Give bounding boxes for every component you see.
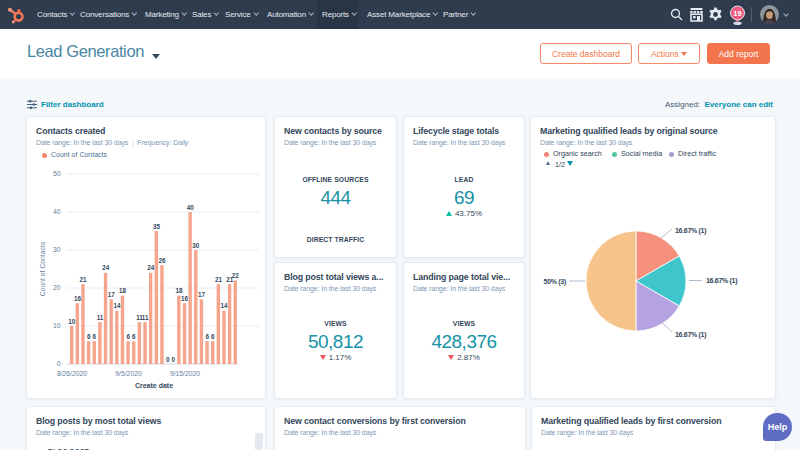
svg-text:40: 40	[53, 208, 61, 215]
svg-text:10: 10	[53, 322, 61, 329]
svg-text:20: 20	[53, 284, 61, 291]
svg-text:16.67% (1): 16.67% (1)	[675, 227, 706, 235]
svg-text:40: 40	[187, 204, 195, 211]
svg-text:14: 14	[113, 302, 121, 309]
svg-text:17: 17	[108, 291, 116, 298]
svg-text:50% (3): 50% (3)	[544, 278, 566, 286]
svg-text:16: 16	[181, 295, 189, 302]
svg-text:6: 6	[132, 333, 136, 340]
svg-text:8/26/2020: 8/26/2020	[57, 370, 87, 377]
svg-text:Create date: Create date	[135, 382, 173, 389]
svg-text:6: 6	[205, 333, 209, 340]
svg-text:0: 0	[166, 356, 170, 363]
svg-text:16: 16	[74, 295, 82, 302]
svg-text:30: 30	[53, 246, 61, 253]
svg-text:0: 0	[172, 356, 176, 363]
svg-text:Count of Contacts: Count of Contacts	[39, 241, 46, 296]
svg-text:6: 6	[93, 333, 97, 340]
svg-text:19: 19	[733, 9, 741, 18]
svg-text:24: 24	[147, 264, 155, 271]
svg-text:6: 6	[87, 333, 91, 340]
svg-text:0: 0	[57, 360, 61, 367]
svg-text:16.67% (1): 16.67% (1)	[706, 277, 737, 285]
svg-text:6: 6	[211, 333, 215, 340]
svg-text:26: 26	[159, 257, 167, 264]
svg-text:24: 24	[102, 264, 110, 271]
svg-text:6: 6	[126, 333, 130, 340]
svg-text:18: 18	[175, 287, 183, 294]
svg-text:22: 22	[232, 272, 240, 279]
svg-text:14: 14	[221, 302, 229, 309]
svg-text:50: 50	[53, 170, 61, 177]
svg-text:16.67% (1): 16.67% (1)	[675, 331, 706, 339]
svg-text:30: 30	[192, 242, 200, 249]
svg-text:9/5/2020: 9/5/2020	[115, 370, 142, 377]
svg-text:11: 11	[142, 314, 149, 321]
svg-text:17: 17	[198, 291, 206, 298]
svg-text:10: 10	[68, 318, 76, 325]
svg-text:35: 35	[153, 223, 161, 230]
svg-text:9/15/2020: 9/15/2020	[170, 370, 200, 377]
svg-text:11: 11	[97, 314, 104, 321]
svg-text:18: 18	[119, 287, 127, 294]
svg-text:21: 21	[215, 276, 223, 283]
svg-text:21: 21	[80, 276, 88, 283]
